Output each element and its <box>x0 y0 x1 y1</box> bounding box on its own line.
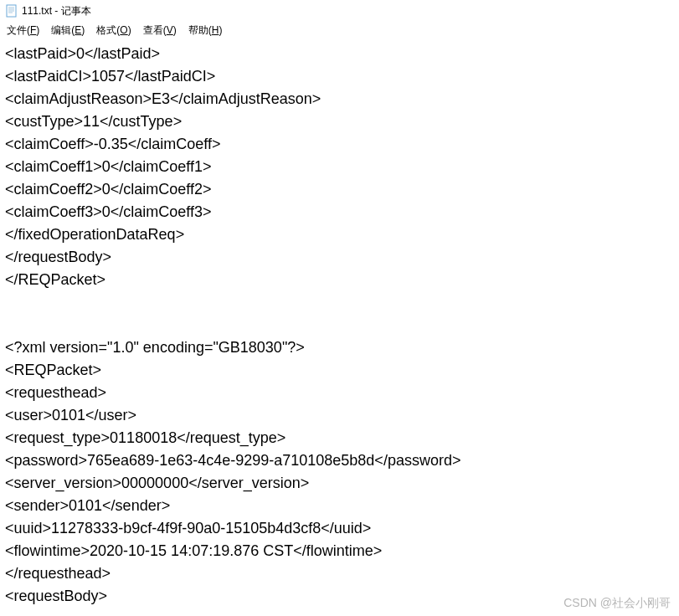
content-line: <claimAdjustReason>E3</claimAdjustReason… <box>5 88 674 110</box>
content-line: <uuid>11278333-b9cf-4f9f-90a0-15105b4d3c… <box>5 517 674 540</box>
menu-bar: 文件(F) 编辑(E) 格式(O) 查看(V) 帮助(H) <box>0 22 679 41</box>
content-line: <lastPaid>0</lastPaid> <box>5 43 674 65</box>
content-line: <REQPacket> <box>5 359 674 382</box>
content-line: <claimCoeff1>0</claimCoeff1> <box>5 156 674 178</box>
content-line: <password>765ea689-1e63-4c4e-9299-a71010… <box>5 449 674 472</box>
content-line <box>5 314 674 336</box>
menu-edit[interactable]: 编辑(E) <box>51 23 85 38</box>
content-line: <request_type>01180018</request_type> <box>5 427 674 449</box>
content-line: <claimCoeff>-0.35</claimCoeff> <box>5 133 674 156</box>
window-title: 111.txt - 记事本 <box>22 4 91 18</box>
watermark-text: CSDN @社会小刚哥 <box>563 596 671 611</box>
content-line: <sender>0101</sender> <box>5 495 674 517</box>
content-line: <user>0101</user> <box>5 404 674 427</box>
content-line: </requestBody> <box>5 246 674 269</box>
content-line: <claimCoeff3>0</claimCoeff3> <box>5 201 674 223</box>
content-line: <server_version>00000000</server_version… <box>5 472 674 495</box>
content-line: <?xml version="1.0" encoding="GB18030"?> <box>5 336 674 359</box>
text-content-area[interactable]: <lastPaid>0</lastPaid><lastPaidCI>1057</… <box>0 41 679 609</box>
content-line: </REQPacket> <box>5 269 674 291</box>
content-line: </requesthead> <box>5 562 674 585</box>
content-line: <flowintime>2020-10-15 14:07:19.876 CST<… <box>5 540 674 562</box>
notepad-icon <box>5 4 18 18</box>
content-line: <lastPaidCI>1057</lastPaidCI> <box>5 65 674 88</box>
content-line <box>5 291 674 314</box>
content-line: </fixedOperationDataReq> <box>5 223 674 246</box>
menu-help[interactable]: 帮助(H) <box>188 23 223 38</box>
menu-view[interactable]: 查看(V) <box>143 23 177 38</box>
content-line: <custType>11</custType> <box>5 110 674 133</box>
content-line: <requesthead> <box>5 382 674 404</box>
title-bar: 111.txt - 记事本 <box>0 0 679 22</box>
content-line: <claimCoeff2>0</claimCoeff2> <box>5 178 674 201</box>
menu-file[interactable]: 文件(F) <box>7 23 39 38</box>
menu-format[interactable]: 格式(O) <box>96 23 131 38</box>
